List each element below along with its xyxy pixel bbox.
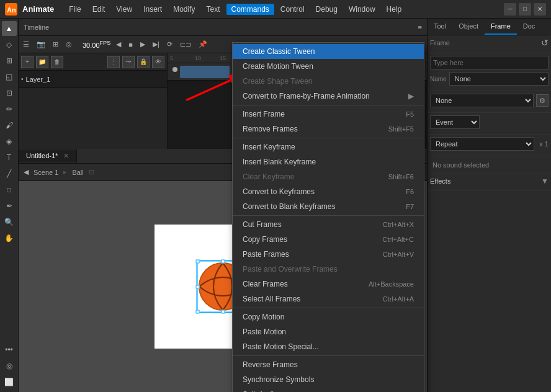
window-controls: ─ □ ✕ [504, 3, 546, 16]
menu-debug[interactable]: Debug [311, 4, 343, 15]
ctx-insert-frame[interactable]: Insert Frame F5 [233, 107, 424, 122]
sync-section: Event [428, 113, 551, 135]
more-tools[interactable]: ••• [2, 342, 17, 357]
visibility-btn[interactable]: 👁 [152, 56, 164, 68]
snap-tools[interactable]: ◎ [2, 359, 17, 373]
name-input[interactable] [430, 56, 549, 69]
menu-file[interactable]: File [64, 4, 86, 15]
tween-settings-btn[interactable]: ⚙ [536, 94, 549, 107]
handle-bm[interactable] [221, 310, 225, 314]
motion-editor-btn[interactable]: 〜 [122, 56, 135, 68]
menu-edit[interactable]: Edit [87, 4, 110, 15]
stop-btn[interactable]: ■ [127, 40, 135, 50]
menu-modify[interactable]: Modify [168, 4, 200, 15]
ctx-paste-frames[interactable]: Paste Frames Ctrl+Alt+V [233, 247, 424, 262]
layer-options-btn[interactable]: ⋮ [107, 56, 120, 68]
tween-select[interactable]: None [430, 94, 534, 107]
frames-btn[interactable]: ⊞ [51, 39, 60, 50]
menu-insert[interactable]: Insert [138, 4, 167, 15]
loop-section: Repeat x 1 [428, 135, 551, 156]
handle-ml[interactable] [196, 285, 200, 288]
add-layer-btn[interactable]: ☰ [21, 39, 31, 50]
ctx-clear-frames[interactable]: Clear Frames Alt+Backspace [233, 277, 424, 292]
ctx-insert-keyframe[interactable]: Insert Keyframe [233, 140, 424, 154]
sync-btn[interactable]: ⊏⊐ [178, 39, 193, 50]
ctx-select-all-frames[interactable]: Select All Frames Ctrl+Alt+A [233, 292, 424, 306]
layer-item[interactable]: • Layer_1 [19, 71, 167, 88]
ctx-insert-blank-keyframe[interactable]: Insert Blank Keyframe [233, 154, 424, 169]
folder-btn[interactable]: 📁 [36, 56, 48, 68]
paint-bucket-tool[interactable]: ◈ [2, 134, 17, 149]
menu-control[interactable]: Control [276, 4, 310, 15]
loop-btn[interactable]: ⟳ [165, 39, 174, 50]
ctx-convert-to-keyframes[interactable]: Convert to Keyframes F6 [233, 184, 424, 199]
ctx-remove-frames[interactable]: Remove Frames Shift+F5 [233, 122, 424, 136]
sync-select[interactable]: Event [430, 115, 480, 129]
camera-tool[interactable]: ⊡ [2, 86, 17, 100]
prev-frame-btn[interactable]: ◀ [114, 39, 123, 50]
onion-btn[interactable]: ◎ [64, 39, 74, 50]
brush-tool[interactable]: 🖌 [2, 118, 17, 133]
subselect-tool[interactable]: ◇ [2, 37, 17, 52]
lock-btn[interactable]: 🔒 [137, 56, 150, 68]
select-tool[interactable]: ▲ [2, 21, 17, 36]
timeline-collapse[interactable]: ≡ [418, 24, 422, 31]
ctx-paste-motion-special[interactable]: Paste Motion Special... [233, 339, 424, 354]
bone-tool[interactable]: ⬜ [2, 375, 17, 390]
menu-commands[interactable]: Commands [226, 4, 274, 15]
symbol-label: Ball [72, 169, 83, 176]
ctx-paste-motion[interactable]: Paste Motion [233, 324, 424, 339]
ctx-cut-frames[interactable]: Cut Frames Ctrl+Alt+X [233, 217, 424, 232]
ctx-copy-frames[interactable]: Copy Frames Ctrl+Alt+C [233, 232, 424, 247]
tab-object[interactable]: Object [452, 19, 485, 35]
zoom-tool[interactable]: 🔍 [2, 215, 17, 229]
close-tab-icon[interactable]: ✕ [63, 152, 69, 159]
ctx-synchronize-symbols[interactable]: Synchronize Symbols [233, 372, 424, 387]
effects-collapse-icon[interactable]: ▼ [541, 177, 549, 185]
menu-window[interactable]: Window [344, 4, 380, 15]
no-sound-label: No sound selected [430, 159, 549, 171]
tab-doc[interactable]: Doc [517, 19, 542, 35]
handle-tm[interactable] [221, 260, 225, 264]
left-toolbar: ▲ ◇ ⊞ ◱ ⊡ ✏ 🖌 ◈ T ╱ □ ✒ 🔍 ✋ ••• ◎ ⬜ [0, 19, 19, 392]
gradient-tool[interactable]: ◱ [2, 69, 17, 84]
tab-frame[interactable]: Frame [485, 19, 517, 35]
ctx-create-motion-tween[interactable]: Create Motion Tween [233, 59, 424, 74]
delete-layer-btn[interactable]: 🗑 [51, 56, 63, 68]
next-frame-btn[interactable]: ▶| [151, 39, 161, 50]
tab-tool[interactable]: Tool [428, 19, 452, 35]
nav-back-icon[interactable]: ◀ [24, 168, 29, 176]
rectangle-tool[interactable]: □ [2, 182, 17, 197]
hand-tool[interactable]: ✋ [2, 231, 17, 246]
label-type-select[interactable]: None [449, 72, 549, 86]
pencil-tool[interactable]: ✏ [2, 102, 17, 117]
text-tool[interactable]: T [2, 150, 17, 165]
maximize-button[interactable]: □ [519, 3, 531, 16]
minimize-button[interactable]: ─ [504, 3, 516, 16]
ctx-split-audio[interactable]: Split Audio [233, 387, 424, 392]
new-layer-btn[interactable]: + [21, 56, 34, 68]
free-transform-tool[interactable]: ⊞ [2, 53, 17, 68]
timeline-header: Timeline ≡ [19, 19, 427, 36]
sound-section: No sound selected [428, 156, 551, 174]
pen-tool[interactable]: ✒ [2, 198, 17, 213]
loop-select[interactable]: Repeat [430, 137, 534, 151]
ctx-create-classic-tween[interactable]: Create Classic Tween [233, 44, 424, 59]
menu-view[interactable]: View [111, 4, 137, 15]
pin-btn[interactable]: 📌 [197, 39, 209, 50]
ctx-copy-motion[interactable]: Copy Motion [233, 310, 424, 324]
panel-refresh-icon[interactable]: ↺ [541, 38, 549, 48]
camera-tl-btn[interactable]: 📷 [35, 39, 47, 50]
stage-tab-untitled[interactable]: Untitled-1* ✕ [19, 149, 77, 163]
play-btn[interactable]: ▶ [138, 39, 147, 50]
ctx-convert-blank-keyframes[interactable]: Convert to Blank Keyframes F7 [233, 199, 424, 214]
line-tool[interactable]: ╱ [2, 166, 17, 181]
ctx-sep-1 [233, 105, 424, 105]
close-button[interactable]: ✕ [534, 3, 546, 16]
handle-bl[interactable] [196, 310, 200, 314]
menu-help[interactable]: Help [382, 4, 407, 15]
menu-text[interactable]: Text [201, 4, 225, 15]
handle-tl[interactable] [196, 260, 200, 264]
ctx-convert-frame-by-frame[interactable]: Convert to Frame-by-Frame Animation ▶ [233, 89, 424, 104]
ctx-reverse-frames[interactable]: Reverse Frames [233, 357, 424, 372]
